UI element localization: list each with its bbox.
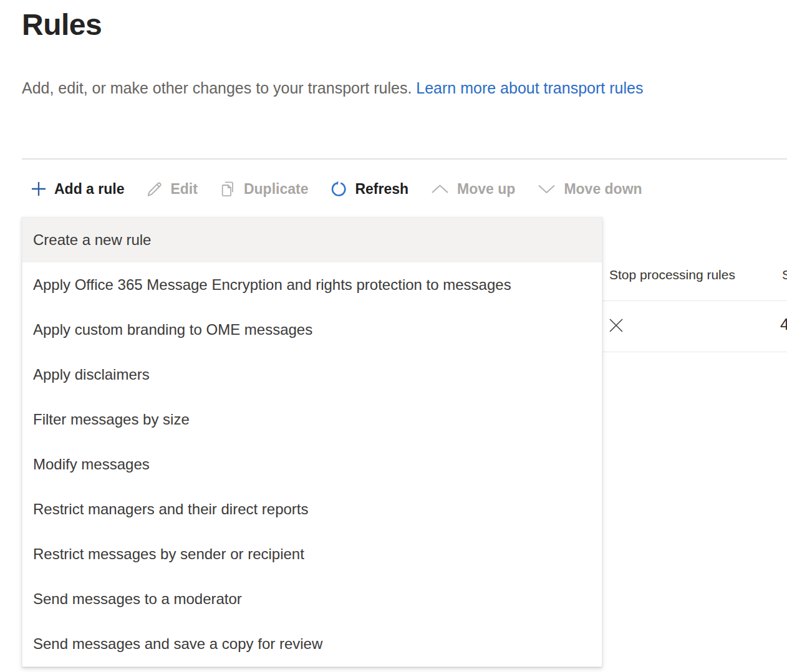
toolbar: Add a rule Edit Duplicate Refresh Move u… xyxy=(30,175,642,203)
chevron-up-icon xyxy=(430,183,450,195)
menu-item-modify-messages[interactable]: Modify messages xyxy=(22,442,602,487)
page-description: Add, edit, or make other changes to your… xyxy=(22,79,643,97)
duplicate-label: Duplicate xyxy=(244,181,309,198)
add-a-rule-label: Add a rule xyxy=(54,181,124,198)
menu-item-restrict-by-sender-recipient[interactable]: Restrict messages by sender or recipient xyxy=(22,532,602,577)
plus-icon xyxy=(30,180,47,198)
menu-item-apply-ome-encryption[interactable]: Apply Office 365 Message Encryption and … xyxy=(22,262,602,307)
chevron-down-icon xyxy=(536,183,557,195)
add-rule-dropdown-menu: Create a new rule Apply Office 365 Messa… xyxy=(22,217,602,667)
menu-item-send-to-moderator[interactable]: Send messages to a moderator xyxy=(22,577,602,622)
copy-icon xyxy=(219,180,237,198)
duplicate-button[interactable]: Duplicate xyxy=(219,180,309,198)
toolbar-top-divider xyxy=(22,158,787,160)
pencil-icon xyxy=(145,180,163,198)
add-a-rule-button[interactable]: Add a rule xyxy=(30,180,124,198)
menu-item-restrict-managers[interactable]: Restrict managers and their direct repor… xyxy=(22,487,602,532)
menu-item-save-copy-for-review[interactable]: Send messages and save a copy for review xyxy=(22,622,602,666)
refresh-button[interactable]: Refresh xyxy=(329,180,408,198)
learn-more-link[interactable]: Learn more about transport rules xyxy=(416,79,643,97)
table-row-clipped-value: 4 xyxy=(780,315,787,334)
rules-page: { "page": { "title": "Rules", "subtitle"… xyxy=(0,0,787,672)
menu-item-create-new-rule[interactable]: Create a new rule xyxy=(22,218,602,262)
refresh-icon xyxy=(329,180,348,198)
menu-item-apply-custom-branding[interactable]: Apply custom branding to OME messages xyxy=(22,307,602,352)
refresh-label: Refresh xyxy=(355,181,408,198)
edit-button[interactable]: Edit xyxy=(145,180,197,198)
move-down-label: Move down xyxy=(564,181,642,198)
move-up-label: Move up xyxy=(457,181,515,198)
move-down-button[interactable]: Move down xyxy=(536,181,642,198)
menu-item-apply-disclaimers[interactable]: Apply disclaimers xyxy=(22,352,602,397)
move-up-button[interactable]: Move up xyxy=(430,181,515,198)
x-mark-icon xyxy=(608,317,624,336)
menu-item-filter-by-size[interactable]: Filter messages by size xyxy=(22,397,602,442)
column-header-stop-processing-rules[interactable]: Stop processing rules xyxy=(609,267,735,282)
page-description-text: Add, edit, or make other changes to your… xyxy=(22,79,412,97)
page-title: Rules xyxy=(22,7,102,42)
column-header-clipped: S xyxy=(782,267,787,282)
edit-label: Edit xyxy=(170,181,197,198)
